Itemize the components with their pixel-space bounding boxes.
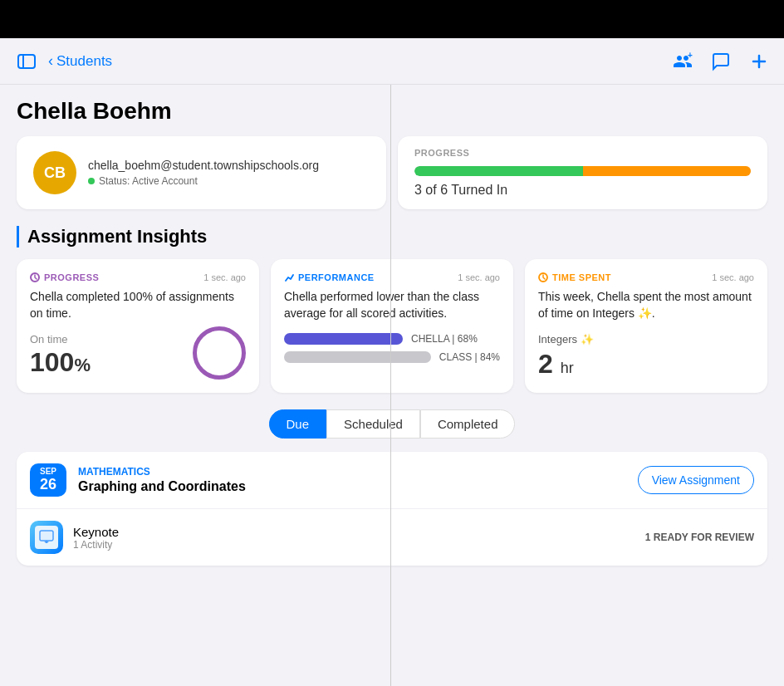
profile-info: chella_boehm@student.townshipschools.org… <box>88 159 319 187</box>
time-desc: This week, Chella spent the most amount … <box>538 289 754 321</box>
insight-type-perf: PERFORMANCE <box>284 272 375 282</box>
class-bar <box>284 351 431 363</box>
add-person-button[interactable]: + <box>671 50 694 73</box>
circle-indicator <box>193 326 246 380</box>
top-bar: ‹ Students + <box>0 38 784 85</box>
assignment-item: Keynote 1 Activity 1 READY FOR REVIEW <box>17 509 767 566</box>
student-name: Chella Boehm <box>17 98 767 125</box>
perf-desc: Chella performed lower than the class av… <box>284 289 500 321</box>
keynote-icon <box>35 526 58 549</box>
content-area: Chella Boehm CB chella_boehm@student.tow… <box>0 85 784 686</box>
back-button[interactable]: ‹ Students <box>48 52 112 70</box>
avatar: CB <box>33 151 76 194</box>
class-bar-row: CLASS | 84% <box>284 351 500 363</box>
progress-time: 1 sec. ago <box>203 272 246 282</box>
perf-time: 1 sec. ago <box>458 272 500 282</box>
profile-card: CB chella_boehm@student.townshipschools.… <box>17 136 386 209</box>
insight-header-time: TIME SPENT 1 sec. ago <box>538 272 754 282</box>
svg-rect-10 <box>46 541 48 543</box>
progress-card: PROGRESS 3 of 6 Turned In <box>398 136 767 209</box>
date-month: SEP <box>40 467 56 476</box>
chella-bar-row: CHELLA | 68% <box>284 333 500 345</box>
insight-header-progress: PROGRESS 1 sec. ago <box>30 272 246 282</box>
date-day: 26 <box>40 476 56 493</box>
tab-scheduled[interactable]: Scheduled <box>326 409 420 439</box>
assignment-section: SEP 26 MATHEMATICS Graphing and Coordina… <box>17 452 767 566</box>
add-button[interactable] <box>747 50 771 73</box>
top-cards: CB chella_boehm@student.townshipschools.… <box>17 136 767 209</box>
insight-card-performance: PERFORMANCE 1 sec. ago Chella performed … <box>271 259 513 393</box>
sidebar-toggle-button[interactable] <box>13 51 40 71</box>
insight-card-progress: PROGRESS 1 sec. ago Chella completed 100… <box>17 259 259 393</box>
activity-count: 1 Activity <box>73 539 635 551</box>
progress-desc: Chella completed 100% of assignments on … <box>30 289 246 321</box>
progress-label: PROGRESS <box>414 148 751 158</box>
progress-bar-container <box>414 166 751 176</box>
app-icon <box>30 521 63 554</box>
filter-tabs: Due Scheduled Completed <box>17 409 767 439</box>
perf-type-label: PERFORMANCE <box>298 272 375 282</box>
view-assignment-button[interactable]: View Assignment <box>638 466 754 494</box>
class-label: CLASS | 84% <box>439 351 500 363</box>
insight-type-progress: PROGRESS <box>30 272 99 282</box>
profile-status: Status: Active Account <box>88 175 319 187</box>
progress-text: 3 of 6 Turned In <box>414 183 751 198</box>
assignment-title: Graphing and Coordinates <box>78 479 638 494</box>
back-label: Students <box>56 53 112 70</box>
time-value: 2 hr <box>538 349 754 380</box>
progress-type-label: PROGRESS <box>44 272 99 282</box>
insight-card-time: TIME SPENT 1 sec. ago This week, Chella … <box>525 259 767 393</box>
insights-cards: PROGRESS 1 sec. ago Chella completed 100… <box>17 259 767 393</box>
time-type-label: TIME SPENT <box>552 272 611 282</box>
tab-due[interactable]: Due <box>269 409 327 439</box>
progress-bar-orange <box>583 166 752 176</box>
date-badge: SEP 26 <box>30 463 66 497</box>
status-label: Status: Active Account <box>99 175 198 187</box>
assignment-subject: MATHEMATICS <box>78 466 638 478</box>
assignment-info: MATHEMATICS Graphing and Coordinates <box>78 466 638 494</box>
status-dot <box>88 178 95 184</box>
svg-rect-0 <box>18 55 35 68</box>
section-title: Assignment Insights <box>17 226 767 247</box>
chella-label: CHELLA | 68% <box>411 333 478 345</box>
profile-email: chella_boehm@student.townshipschools.org <box>88 159 319 172</box>
insight-header-perf: PERFORMANCE 1 sec. ago <box>284 272 500 282</box>
chella-bar <box>284 333 403 345</box>
time-spent-time: 1 sec. ago <box>712 272 754 282</box>
vertical-divider <box>390 85 391 686</box>
insight-type-time: TIME SPENT <box>538 272 611 282</box>
time-subject: Integers ✨ <box>538 333 754 345</box>
progress-bar-green <box>414 166 583 176</box>
svg-text:+: + <box>688 51 693 60</box>
assignment-header: SEP 26 MATHEMATICS Graphing and Coordina… <box>17 452 767 509</box>
ready-badge: 1 READY FOR REVIEW <box>645 532 754 543</box>
svg-rect-7 <box>40 531 53 541</box>
chat-button[interactable] <box>709 50 733 73</box>
app-name: Keynote <box>73 525 635 539</box>
tab-completed[interactable]: Completed <box>420 409 516 439</box>
chevron-left-icon: ‹ <box>48 52 53 70</box>
assignment-item-info: Keynote 1 Activity <box>73 525 635 551</box>
